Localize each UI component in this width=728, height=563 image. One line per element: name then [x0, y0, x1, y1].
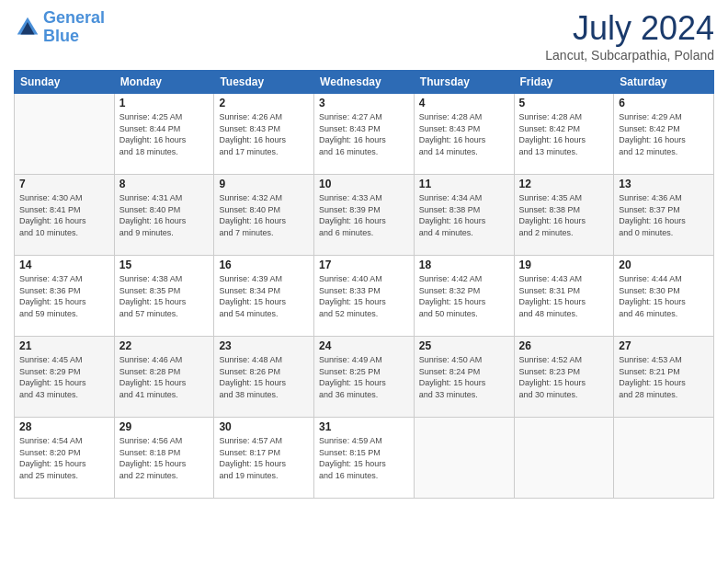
- day-number: 22: [119, 339, 210, 352]
- day-number: 9: [219, 178, 309, 190]
- day-cell: 6Sunrise: 4:29 AM Sunset: 8:42 PM Daylig…: [614, 94, 714, 175]
- day-cell: 30Sunrise: 4:57 AM Sunset: 8:17 PM Dayli…: [214, 418, 314, 499]
- logo: General Blue: [14, 9, 105, 46]
- day-info: Sunrise: 4:28 AM Sunset: 8:42 PM Dayligh…: [519, 111, 609, 157]
- day-number: 2: [219, 97, 309, 109]
- day-number: 3: [319, 97, 409, 109]
- day-info: Sunrise: 4:50 AM Sunset: 8:24 PM Dayligh…: [419, 354, 509, 400]
- day-number: 26: [519, 339, 609, 352]
- day-cell: 31Sunrise: 4:59 AM Sunset: 8:15 PM Dayli…: [314, 418, 415, 499]
- day-number: 11: [419, 178, 509, 190]
- day-info: Sunrise: 4:28 AM Sunset: 8:43 PM Dayligh…: [419, 111, 509, 157]
- day-info: Sunrise: 4:37 AM Sunset: 8:36 PM Dayligh…: [19, 273, 109, 319]
- day-info: Sunrise: 4:35 AM Sunset: 8:38 PM Dayligh…: [519, 192, 609, 238]
- day-info: Sunrise: 4:32 AM Sunset: 8:40 PM Dayligh…: [219, 192, 309, 238]
- day-info: Sunrise: 4:38 AM Sunset: 8:35 PM Dayligh…: [119, 273, 210, 319]
- day-info: Sunrise: 4:45 AM Sunset: 8:29 PM Dayligh…: [19, 354, 109, 400]
- day-info: Sunrise: 4:59 AM Sunset: 8:15 PM Dayligh…: [319, 435, 409, 481]
- day-info: Sunrise: 4:42 AM Sunset: 8:32 PM Dayligh…: [419, 273, 509, 319]
- month-title: July 2024: [545, 9, 714, 48]
- day-number: 4: [419, 97, 509, 109]
- day-cell: 5Sunrise: 4:28 AM Sunset: 8:42 PM Daylig…: [514, 94, 614, 175]
- day-number: 18: [419, 259, 509, 271]
- col-sunday: Sunday: [15, 71, 115, 94]
- day-cell: 20Sunrise: 4:44 AM Sunset: 8:30 PM Dayli…: [614, 256, 714, 337]
- day-info: Sunrise: 4:43 AM Sunset: 8:31 PM Dayligh…: [519, 273, 609, 319]
- col-tuesday: Tuesday: [214, 71, 314, 94]
- day-info: Sunrise: 4:54 AM Sunset: 8:20 PM Dayligh…: [19, 435, 109, 481]
- day-number: 30: [219, 420, 309, 433]
- calendar-table: Sunday Monday Tuesday Wednesday Thursday…: [14, 70, 714, 499]
- week-row-5: 28Sunrise: 4:54 AM Sunset: 8:20 PM Dayli…: [15, 418, 714, 499]
- day-info: Sunrise: 4:53 AM Sunset: 8:21 PM Dayligh…: [619, 354, 709, 400]
- day-number: 24: [319, 339, 409, 352]
- col-thursday: Thursday: [414, 71, 514, 94]
- day-number: 27: [619, 339, 709, 352]
- header-row: Sunday Monday Tuesday Wednesday Thursday…: [15, 71, 714, 94]
- day-number: 6: [619, 97, 709, 109]
- day-number: 20: [619, 259, 709, 271]
- day-number: 23: [219, 339, 309, 352]
- day-number: 29: [119, 420, 210, 433]
- day-info: Sunrise: 4:27 AM Sunset: 8:43 PM Dayligh…: [319, 111, 409, 157]
- day-info: Sunrise: 4:57 AM Sunset: 8:17 PM Dayligh…: [219, 435, 309, 481]
- day-number: 16: [219, 259, 309, 271]
- week-row-2: 7Sunrise: 4:30 AM Sunset: 8:41 PM Daylig…: [15, 175, 714, 256]
- logo-icon: [14, 14, 41, 41]
- header: General Blue July 2024 Lancut, Subcarpat…: [14, 9, 714, 63]
- day-number: 17: [319, 259, 409, 271]
- logo-blue: Blue: [43, 27, 79, 45]
- week-row-4: 21Sunrise: 4:45 AM Sunset: 8:29 PM Dayli…: [15, 337, 714, 418]
- day-cell: [514, 418, 614, 499]
- day-cell: 24Sunrise: 4:49 AM Sunset: 8:25 PM Dayli…: [314, 337, 415, 418]
- day-cell: 4Sunrise: 4:28 AM Sunset: 8:43 PM Daylig…: [414, 94, 514, 175]
- day-info: Sunrise: 4:52 AM Sunset: 8:23 PM Dayligh…: [519, 354, 609, 400]
- col-wednesday: Wednesday: [314, 71, 415, 94]
- week-row-3: 14Sunrise: 4:37 AM Sunset: 8:36 PM Dayli…: [15, 256, 714, 337]
- day-cell: 17Sunrise: 4:40 AM Sunset: 8:33 PM Dayli…: [314, 256, 415, 337]
- day-cell: 7Sunrise: 4:30 AM Sunset: 8:41 PM Daylig…: [15, 175, 115, 256]
- day-info: Sunrise: 4:44 AM Sunset: 8:30 PM Dayligh…: [619, 273, 709, 319]
- day-number: 31: [319, 420, 409, 433]
- day-cell: 28Sunrise: 4:54 AM Sunset: 8:20 PM Dayli…: [15, 418, 115, 499]
- day-cell: [15, 94, 115, 175]
- week-row-1: 1Sunrise: 4:25 AM Sunset: 8:44 PM Daylig…: [15, 94, 714, 175]
- day-cell: 29Sunrise: 4:56 AM Sunset: 8:18 PM Dayli…: [114, 418, 214, 499]
- day-cell: 11Sunrise: 4:34 AM Sunset: 8:38 PM Dayli…: [414, 175, 514, 256]
- day-info: Sunrise: 4:48 AM Sunset: 8:26 PM Dayligh…: [219, 354, 309, 400]
- day-info: Sunrise: 4:25 AM Sunset: 8:44 PM Dayligh…: [119, 111, 210, 157]
- day-cell: 10Sunrise: 4:33 AM Sunset: 8:39 PM Dayli…: [314, 175, 415, 256]
- day-number: 8: [119, 178, 210, 190]
- day-info: Sunrise: 4:34 AM Sunset: 8:38 PM Dayligh…: [419, 192, 509, 238]
- day-info: Sunrise: 4:36 AM Sunset: 8:37 PM Dayligh…: [619, 192, 709, 238]
- day-cell: 22Sunrise: 4:46 AM Sunset: 8:28 PM Dayli…: [114, 337, 214, 418]
- day-cell: 18Sunrise: 4:42 AM Sunset: 8:32 PM Dayli…: [414, 256, 514, 337]
- logo-general: General: [43, 8, 105, 27]
- logo-text: General Blue: [43, 9, 105, 46]
- day-cell: 16Sunrise: 4:39 AM Sunset: 8:34 PM Dayli…: [214, 256, 314, 337]
- day-cell: 2Sunrise: 4:26 AM Sunset: 8:43 PM Daylig…: [214, 94, 314, 175]
- day-info: Sunrise: 4:46 AM Sunset: 8:28 PM Dayligh…: [119, 354, 210, 400]
- day-cell: 21Sunrise: 4:45 AM Sunset: 8:29 PM Dayli…: [15, 337, 115, 418]
- col-friday: Friday: [514, 71, 614, 94]
- day-number: 5: [519, 97, 609, 109]
- day-cell: 9Sunrise: 4:32 AM Sunset: 8:40 PM Daylig…: [214, 175, 314, 256]
- day-info: Sunrise: 4:30 AM Sunset: 8:41 PM Dayligh…: [19, 192, 109, 238]
- day-cell: 14Sunrise: 4:37 AM Sunset: 8:36 PM Dayli…: [15, 256, 115, 337]
- day-info: Sunrise: 4:33 AM Sunset: 8:39 PM Dayligh…: [319, 192, 409, 238]
- day-cell: 13Sunrise: 4:36 AM Sunset: 8:37 PM Dayli…: [614, 175, 714, 256]
- day-number: 1: [119, 97, 210, 109]
- day-cell: 25Sunrise: 4:50 AM Sunset: 8:24 PM Dayli…: [414, 337, 514, 418]
- day-info: Sunrise: 4:39 AM Sunset: 8:34 PM Dayligh…: [219, 273, 309, 319]
- day-number: 7: [19, 178, 109, 190]
- day-cell: 3Sunrise: 4:27 AM Sunset: 8:43 PM Daylig…: [314, 94, 415, 175]
- day-info: Sunrise: 4:56 AM Sunset: 8:18 PM Dayligh…: [119, 435, 210, 481]
- location-subtitle: Lancut, Subcarpathia, Poland: [545, 48, 714, 63]
- day-cell: 19Sunrise: 4:43 AM Sunset: 8:31 PM Dayli…: [514, 256, 614, 337]
- day-info: Sunrise: 4:31 AM Sunset: 8:40 PM Dayligh…: [119, 192, 210, 238]
- day-cell: 23Sunrise: 4:48 AM Sunset: 8:26 PM Dayli…: [214, 337, 314, 418]
- day-cell: 26Sunrise: 4:52 AM Sunset: 8:23 PM Dayli…: [514, 337, 614, 418]
- day-cell: [614, 418, 714, 499]
- day-number: 12: [519, 178, 609, 190]
- day-info: Sunrise: 4:49 AM Sunset: 8:25 PM Dayligh…: [319, 354, 409, 400]
